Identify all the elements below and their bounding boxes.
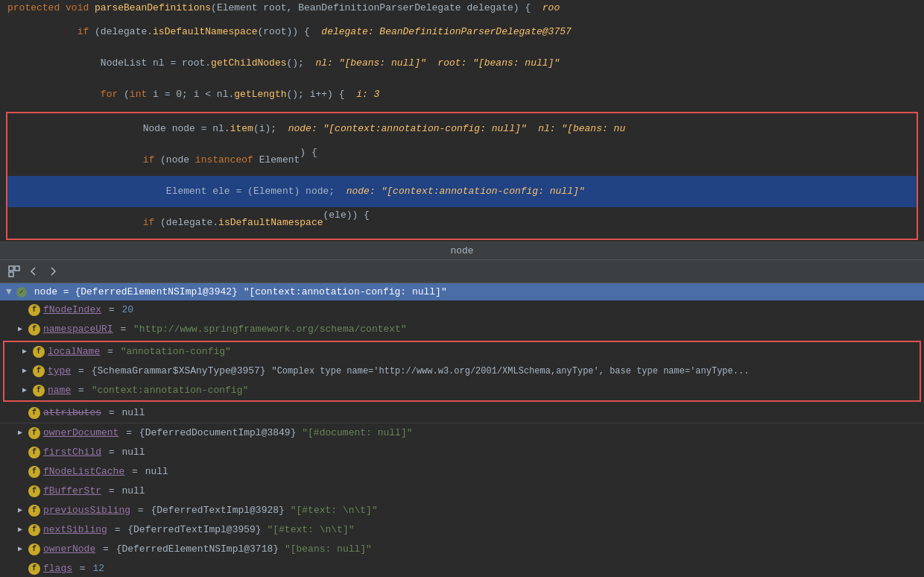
field-firstChild: f firstChild = null	[0, 443, 924, 462]
expand-localName[interactable]: ▶	[22, 344, 33, 360]
code-text: protected	[7, 1, 60, 16]
back-button[interactable]	[25, 263, 42, 280]
expand-ownerDocument[interactable]: ▶	[18, 425, 28, 441]
field-val-nextSibling-str: "[#text: \n\t]"	[267, 522, 354, 538]
field-fNodeIndex: f fNodeIndex = 20	[0, 300, 924, 320]
svg-rect-0	[9, 266, 13, 271]
expand-name[interactable]: ▶	[22, 382, 33, 399]
field-val-fNodeListCache: null	[145, 464, 168, 480]
field-val-localName: "annotation-config"	[121, 344, 231, 360]
field-val-ownerDocument-str: "[#document: null]"	[302, 425, 412, 441]
svg-rect-1	[15, 266, 19, 271]
code-section: protected void parseBeanDefinitions(Elem…	[0, 0, 924, 242]
field-icon-ownerDocument: f	[28, 427, 40, 439]
field-icon-fBufferStr: f	[28, 485, 40, 497]
code-line-4: for (int i = 0; i < nl.getLength(); i++)…	[0, 79, 924, 110]
red-box-code: Node node = nl.item(i); node: "[context:…	[6, 112, 918, 240]
expand-namespaceURI[interactable]: ▶	[18, 321, 28, 338]
code-line-7: Element ele = (Element) node; node: "[co…	[7, 176, 917, 207]
field-val-attributes: null	[121, 405, 145, 421]
field-val-fNodeIndex: 20	[121, 302, 133, 318]
code-line-6: if (node instanceof Element) {	[7, 145, 917, 176]
field-fNodeListCache: f fNodeListCache = null	[0, 462, 924, 482]
field-name-flags: flags	[43, 561, 72, 577]
field-val-namespaceURI: "http://www.springframework.org/schema/c…	[133, 321, 407, 338]
field-name-localName: localName	[48, 344, 100, 360]
field-val-ownerNode-str: "[beans: null]"	[285, 541, 372, 558]
variables-panel: ▼ ✓ node = {DeferredElementNSImpl@3942} …	[0, 283, 924, 577]
field-name-type: type	[48, 363, 71, 379]
node-icon: ✓	[16, 287, 27, 297]
field-val-ownerNode: {DeferredElementNSImpl@3718}	[116, 541, 285, 558]
field-name-fNodeIndex: fNodeIndex	[43, 302, 101, 318]
frames-button[interactable]	[6, 263, 22, 280]
field-icon-namespaceURI: f	[28, 324, 40, 335]
field-name-name: name	[48, 382, 71, 399]
tooltip-bar: node	[0, 242, 924, 260]
code-line-5: Node node = nl.item(i); node: "[context:…	[7, 113, 917, 145]
debug-toolbar	[0, 260, 924, 283]
no-expand-attributes	[18, 405, 28, 421]
code-line-8: if (delegate.isDefaultNamespace(ele)) {	[7, 207, 917, 239]
node-header-row[interactable]: ▼ ✓ node = {DeferredElementNSImpl@3942} …	[0, 283, 924, 300]
field-name-nextSibling: nextSibling	[43, 522, 107, 538]
field-val-previousSibling: {DeferredTextImpl@3928}	[151, 502, 290, 519]
field-icon-fNodeIndex: f	[28, 304, 40, 316]
field-nextSibling[interactable]: ▶ f nextSibling = {DeferredTextImpl@3959…	[0, 520, 924, 540]
field-name-previousSibling: previousSibling	[43, 502, 130, 519]
field-icon-firstChild: f	[28, 447, 40, 458]
field-val-firstChild: null	[121, 444, 145, 461]
code-line-1: protected void parseBeanDefinitions(Elem…	[0, 0, 924, 16]
no-expand-placeholder	[18, 302, 28, 318]
field-val-nextSibling: {DeferredTextImpl@3959}	[127, 522, 267, 538]
field-type[interactable]: ▶ f type = {SchemaGrammar$XSAnyType@3957…	[4, 362, 920, 381]
field-icon-previousSibling: f	[28, 505, 40, 517]
field-name-namespaceURI: namespaceURI	[43, 321, 113, 338]
field-name-attributes: attributes	[43, 405, 101, 421]
field-localName[interactable]: ▶ f localName = "annotation-config"	[4, 342, 920, 362]
frames-icon	[8, 265, 20, 277]
node-expand-arrow: ▼	[6, 286, 12, 297]
field-icon-type: f	[33, 365, 45, 377]
field-val-flags: 12	[92, 561, 104, 577]
svg-rect-2	[9, 272, 13, 277]
field-flags: f flags = 12	[0, 559, 924, 577]
code-line-3: NodeList nl = root.getChildNodes(); nl: …	[0, 48, 924, 79]
field-val-type-long: "Complex type name='http://www.w3.org/20…	[271, 363, 749, 379]
field-ownerDocument[interactable]: ▶ f ownerDocument = {DeferredDocumentImp…	[0, 423, 924, 443]
tooltip-text: node	[450, 245, 473, 256]
field-val-previousSibling-str: "[#text: \n\t]"	[291, 502, 378, 519]
field-ownerNode[interactable]: ▶ f ownerNode = {DeferredElementNSImpl@3…	[0, 540, 924, 559]
expand-previousSibling[interactable]: ▶	[18, 502, 28, 519]
expand-ownerNode[interactable]: ▶	[18, 541, 28, 558]
field-val-ownerDocument: {DeferredDocumentImpl@3849}	[139, 425, 302, 441]
field-icon-attributes: f	[28, 407, 40, 419]
field-fBufferStr: f fBufferStr = null	[0, 482, 924, 501]
field-icon-ownerNode: f	[28, 543, 40, 555]
field-icon-name: f	[33, 385, 45, 397]
back-icon	[28, 265, 39, 277]
expand-type[interactable]: ▶	[22, 363, 33, 379]
field-val-type: {SchemaGrammar$XSAnyType@3957}	[92, 363, 272, 379]
field-name-ownerNode: ownerNode	[43, 541, 95, 558]
red-border-group: ▶ f localName = "annotation-config" ▶ f …	[3, 341, 921, 402]
field-val-fBufferStr: null	[121, 483, 145, 499]
field-name-ownerDocument: ownerDocument	[43, 425, 118, 441]
forward-button[interactable]	[45, 263, 61, 280]
node-label: node = {DeferredElementNSImpl@3942} "[co…	[34, 286, 447, 297]
field-icon-nextSibling: f	[28, 524, 40, 536]
field-name[interactable]: ▶ f name = "context:annotation-config"	[4, 381, 920, 400]
field-icon-flags: f	[28, 563, 40, 575]
field-icon-fNodeListCache: f	[28, 466, 40, 478]
code-line-2: if (delegate.isDefaultNamespace(root)) {…	[0, 16, 924, 48]
field-val-name: "context:annotation-config"	[92, 382, 249, 399]
field-name-fNodeListCache: fNodeListCache	[43, 464, 124, 480]
field-name-firstChild: firstChild	[43, 444, 101, 461]
field-name-fBufferStr: fBufferStr	[43, 483, 101, 499]
field-icon-localName: f	[33, 346, 45, 358]
expand-nextSibling[interactable]: ▶	[18, 522, 28, 538]
field-attributes: f attributes = null	[0, 403, 924, 423]
forward-icon	[47, 265, 59, 277]
field-namespaceURI[interactable]: ▶ f namespaceURI = "http://www.springfra…	[0, 320, 924, 339]
field-previousSibling[interactable]: ▶ f previousSibling = {DeferredTextImpl@…	[0, 501, 924, 520]
